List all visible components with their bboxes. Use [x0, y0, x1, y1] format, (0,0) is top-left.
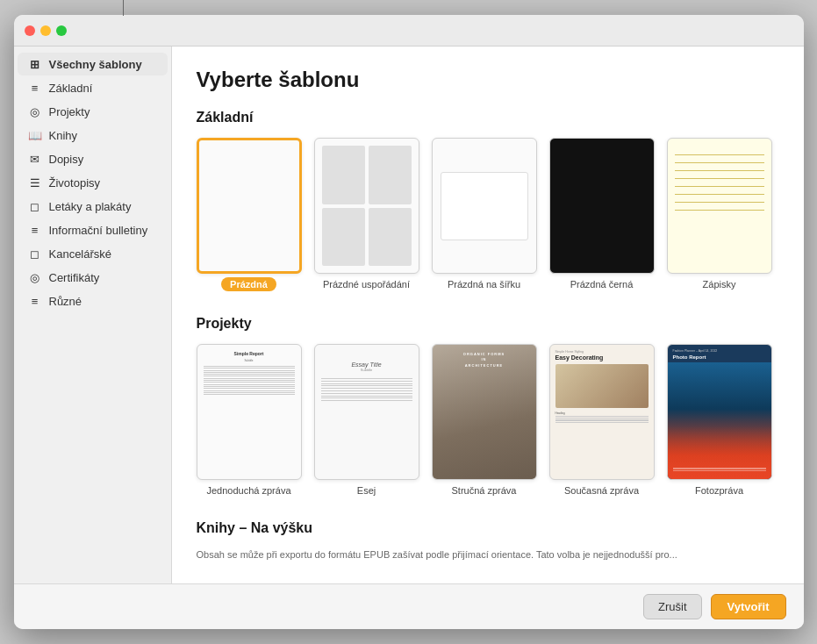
sidebar-item-misc[interactable]: ≡ Různé [18, 290, 168, 312]
maximize-button[interactable] [56, 25, 67, 36]
sidebar-item-resumes[interactable]: ☰ Životopisy [18, 171, 168, 194]
content-area: ⊞ Všechny šablony ≡ Základní ◎ Projekty … [14, 47, 804, 583]
bottom-bar: Zrušit Vytvořit [14, 583, 804, 629]
template-item-modern[interactable]: Simple Home Styling Easy Decorating Head… [549, 344, 655, 496]
misc-icon: ≡ [28, 294, 42, 308]
template-thumb-landscape [432, 138, 537, 274]
close-button[interactable] [25, 25, 35, 36]
sidebar-item-bulletins[interactable]: ≡ Informační bulletiny [18, 218, 168, 241]
template-item-essay[interactable]: Essay Title Subtitle [314, 344, 419, 496]
sidebar-label-basic: Základní [49, 82, 93, 95]
template-label-photo: Fotozpráva [695, 485, 743, 496]
template-thumb-arrangement [314, 138, 419, 274]
section-basic: Základní Prázdná [197, 110, 779, 291]
page-title: Vyberte šablonu [197, 68, 779, 92]
section-title-projects: Projekty [197, 316, 779, 332]
sidebar-item-certs[interactable]: ◎ Certifikáty [18, 266, 168, 289]
sidebar-item-basic[interactable]: ≡ Základní [18, 76, 168, 99]
line [204, 366, 295, 367]
template-item-photo[interactable]: Fashion Planner – April 14, 2022 Photo R… [667, 344, 772, 496]
template-thumb-notes [667, 138, 772, 274]
template-thumb-essay: Essay Title Subtitle [314, 344, 419, 480]
traffic-lights [25, 25, 67, 36]
app-window: ⊞ Všechny šablony ≡ Základní ◎ Projekty … [14, 15, 804, 629]
template-item-empty[interactable]: Prázdná [197, 138, 302, 291]
template-label-modern: Současná zpráva [564, 485, 639, 496]
template-item-simplereport[interactable]: Simple Report Subtitle [197, 344, 302, 496]
template-thumb-black [549, 138, 655, 274]
template-label-landscape: Prázdná na šířku [448, 279, 520, 290]
flyers-icon: ◻ [28, 199, 42, 213]
sidebar-item-books[interactable]: 📖 Knihy [18, 124, 168, 147]
section-books: Knihy – Na výšku Obsah se může při expor… [197, 520, 779, 562]
sidebar-item-office[interactable]: ◻ Kancelářské [18, 242, 168, 265]
tooltip-line [123, 0, 124, 16]
certs-icon: ◎ [28, 270, 42, 284]
sidebar-item-flyers[interactable]: ◻ Letáky a plakáty [18, 195, 168, 218]
resumes-icon: ☰ [28, 175, 42, 190]
template-badge-empty: Prázdná [221, 277, 276, 291]
sidebar: ⊞ Všechny šablony ≡ Základní ◎ Projekty … [14, 47, 172, 583]
basic-icon: ≡ [28, 81, 42, 95]
template-thumb-empty [197, 138, 302, 274]
sidebar-label-books: Knihy [49, 129, 78, 142]
sidebar-label-projects: Projekty [49, 105, 90, 118]
sidebar-label-bulletins: Informační bulletiny [49, 224, 148, 237]
main-content: Vyberte šablonu Základní Prázdná [172, 47, 804, 583]
template-item-landscape[interactable]: Prázdná na šířku [432, 138, 537, 291]
template-item-arrangement[interactable]: Prázdné uspořádání [314, 138, 419, 291]
sidebar-label-resumes: Životopisy [49, 176, 101, 190]
template-label-simplereport: Jednoduchá zpráva [206, 485, 290, 496]
titlebar [14, 15, 804, 47]
template-grid-projects: Simple Report Subtitle [197, 344, 779, 496]
template-thumb-concise: ORGANIC FORMSINARCHITECTURE [432, 344, 537, 480]
letters-icon: ✉ [28, 152, 42, 166]
section-projects: Projekty Simple Report Subtitle [197, 316, 779, 496]
template-item-concise[interactable]: ORGANIC FORMSINARCHITECTURE Stručná zprá… [432, 344, 537, 496]
template-label-concise: Stručná zpráva [452, 485, 517, 496]
template-label-black: Prázdná černá [570, 279, 634, 290]
create-button[interactable]: Vytvořit [711, 594, 786, 619]
sidebar-item-projects[interactable]: ◎ Projekty [18, 100, 168, 123]
sidebar-item-letters[interactable]: ✉ Dopisy [18, 147, 168, 170]
books-icon: 📖 [28, 128, 42, 142]
sidebar-item-all[interactable]: ⊞ Všechny šablony [18, 53, 168, 75]
template-item-notes[interactable]: Zápisky [667, 138, 772, 291]
template-grid-basic: Prázdná Prázdné uspořádání [197, 138, 779, 291]
template-thumb-simplereport: Simple Report Subtitle [197, 344, 302, 480]
sidebar-label-flyers: Letáky a plakáty [49, 200, 132, 213]
projects-icon: ◎ [28, 104, 42, 118]
template-label-notes: Zápisky [703, 279, 736, 290]
template-thumb-modern: Simple Home Styling Easy Decorating Head… [549, 344, 655, 480]
template-item-black[interactable]: Prázdná černá [549, 138, 655, 291]
all-icon: ⊞ [28, 57, 42, 71]
books-preview: Obsah se může při exportu do formátu EPU… [197, 548, 779, 562]
books-preview-text: Obsah se může při exportu do formátu EPU… [197, 548, 779, 562]
template-label-arrangement: Prázdné uspořádání [323, 279, 410, 290]
sidebar-label-office: Kancelářské [49, 247, 112, 261]
sidebar-label-misc: Různé [49, 295, 82, 308]
template-thumb-photo: Fashion Planner – April 14, 2022 Photo R… [667, 344, 772, 480]
office-icon: ◻ [28, 247, 42, 261]
cancel-button[interactable]: Zrušit [643, 594, 702, 619]
sidebar-label-certs: Certifikáty [49, 271, 100, 284]
bulletins-icon: ≡ [28, 223, 42, 237]
minimize-button[interactable] [40, 25, 51, 36]
template-label-essay: Esej [357, 485, 376, 496]
sidebar-label-letters: Dopisy [49, 153, 84, 166]
section-title-books: Knihy – Na výšku [197, 520, 779, 536]
sidebar-label-all: Všechny šablony [49, 58, 142, 71]
section-title-basic: Základní [197, 110, 779, 125]
